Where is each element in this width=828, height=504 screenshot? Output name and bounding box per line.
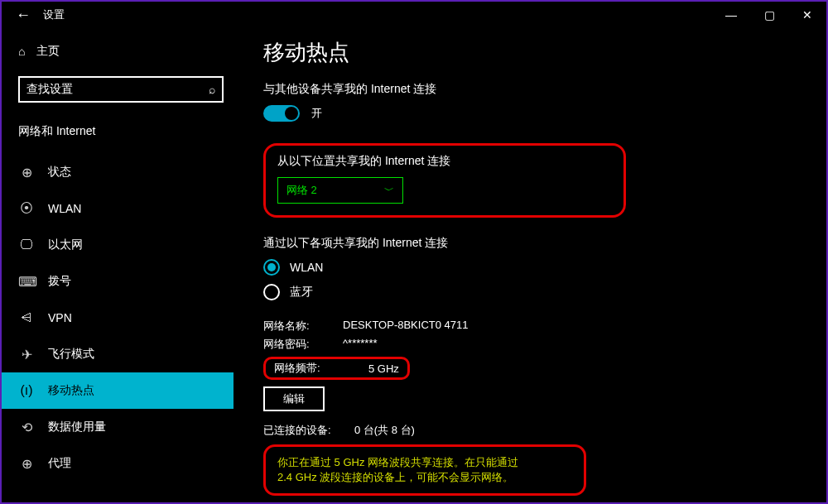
sidebar-item-status[interactable]: ⊕ 状态 [2, 154, 233, 190]
sidebar-item-label: 数据使用量 [48, 420, 106, 434]
hotspot-icon: (ı) [18, 383, 35, 398]
data-usage-icon: ⟲ [18, 420, 35, 435]
sidebar-item-vpn[interactable]: ⩤ VPN [2, 300, 233, 336]
sidebar-item-data-usage[interactable]: ⟲ 数据使用量 [2, 409, 233, 445]
radio-label: 蓝牙 [290, 285, 313, 300]
sidebar-item-label: 移动热点 [48, 383, 94, 398]
share-toggle[interactable] [263, 105, 300, 122]
net-name-value: DESKTOP-8BKICT0 4711 [343, 319, 469, 334]
edit-button[interactable]: 编辑 [263, 386, 325, 411]
proxy-icon: ⊕ [18, 456, 35, 472]
net-name-label: 网络名称: [263, 319, 343, 334]
home-label: 主页 [36, 44, 60, 59]
sidebar-item-airplane[interactable]: ✈ 飞行模式 [2, 336, 233, 372]
radio-label: WLAN [290, 261, 323, 274]
back-button[interactable]: ← [8, 7, 38, 24]
highlight-warning: 你正在通过 5 GHz 网络波段共享连接。在只能通过 2.4 GHz 波段连接的… [263, 444, 586, 496]
sidebar-item-dialup[interactable]: ⌨ 拨号 [2, 263, 233, 300]
connected-value: 0 台(共 8 台) [354, 423, 415, 438]
airplane-icon: ✈ [18, 347, 35, 362]
search-placeholder: 查找设置 [26, 82, 73, 97]
share-from-dropdown[interactable]: 网络 2 ﹀ [277, 177, 403, 204]
share-via-wlan[interactable]: WLAN [263, 259, 802, 276]
sidebar-item-label: 代理 [48, 456, 71, 471]
sidebar-item-hotspot[interactable]: (ı) 移动热点 [2, 372, 233, 409]
ethernet-icon: 🖵 [18, 238, 35, 252]
sidebar-item-label: 状态 [48, 165, 71, 180]
radio-unselected-icon [263, 284, 280, 300]
chevron-down-icon: ﹀ [384, 184, 394, 198]
sidebar: ⌂ 主页 查找设置 ⌕ 网络和 Internet ⊕ 状态 ⦿ WLAN 🖵 以… [2, 28, 233, 502]
net-band-value: 5 GHz [368, 362, 399, 375]
share-via-label: 通过以下各项共享我的 Internet 连接 [263, 236, 802, 251]
warning-line1: 你正在通过 5 GHz 网络波段共享连接。在只能通过 [277, 455, 572, 470]
titlebar: ← 设置 — ▢ ✕ [2, 2, 826, 28]
main-content: 移动热点 与其他设备共享我的 Internet 连接 开 从以下位置共享我的 I… [233, 28, 826, 502]
home-icon: ⌂ [18, 45, 25, 58]
net-band-label: 网络频带: [274, 361, 350, 376]
sidebar-item-ethernet[interactable]: 🖵 以太网 [2, 227, 233, 263]
wifi-icon: ⦿ [18, 201, 35, 216]
net-pass-value: ^******* [343, 337, 378, 352]
minimize-button[interactable]: — [712, 2, 750, 28]
sidebar-item-label: 飞行模式 [48, 347, 94, 362]
radio-selected-icon [263, 259, 280, 276]
status-icon: ⊕ [18, 165, 35, 180]
share-from-label: 从以下位置共享我的 Internet 连接 [277, 154, 610, 169]
vpn-icon: ⩤ [18, 310, 35, 325]
toggle-state-label: 开 [311, 106, 322, 121]
search-icon: ⌕ [209, 83, 215, 96]
close-button[interactable]: ✕ [788, 2, 826, 28]
search-input[interactable]: 查找设置 ⌕ [18, 76, 224, 103]
sidebar-item-wlan[interactable]: ⦿ WLAN [2, 190, 233, 227]
sidebar-item-label: WLAN [48, 202, 81, 215]
highlight-band: 网络频带: 5 GHz [263, 357, 410, 380]
connected-label: 已连接的设备: [263, 423, 354, 438]
page-title: 移动热点 [263, 38, 802, 67]
warning-line2: 2.4 GHz 波段连接的设备上，可能不会显示网络。 [277, 470, 572, 485]
nav-list: ⊕ 状态 ⦿ WLAN 🖵 以太网 ⌨ 拨号 ⩤ VPN ✈ 飞行模式 [2, 154, 233, 482]
share-label: 与其他设备共享我的 Internet 连接 [263, 82, 802, 97]
sidebar-item-label: 以太网 [48, 238, 83, 252]
share-from-value: 网络 2 [286, 183, 317, 198]
sidebar-item-label: 拨号 [48, 274, 71, 289]
dialup-icon: ⌨ [18, 274, 35, 290]
maximize-button[interactable]: ▢ [750, 2, 788, 28]
sidebar-item-proxy[interactable]: ⊕ 代理 [2, 445, 233, 482]
highlight-share-from: 从以下位置共享我的 Internet 连接 网络 2 ﹀ [263, 143, 626, 218]
app-title: 设置 [43, 7, 65, 22]
sidebar-item-label: VPN [48, 311, 72, 324]
net-pass-label: 网络密码: [263, 337, 343, 352]
home-link[interactable]: ⌂ 主页 [18, 35, 233, 68]
share-via-bluetooth[interactable]: 蓝牙 [263, 284, 802, 300]
sidebar-section-header: 网络和 Internet [18, 124, 233, 139]
